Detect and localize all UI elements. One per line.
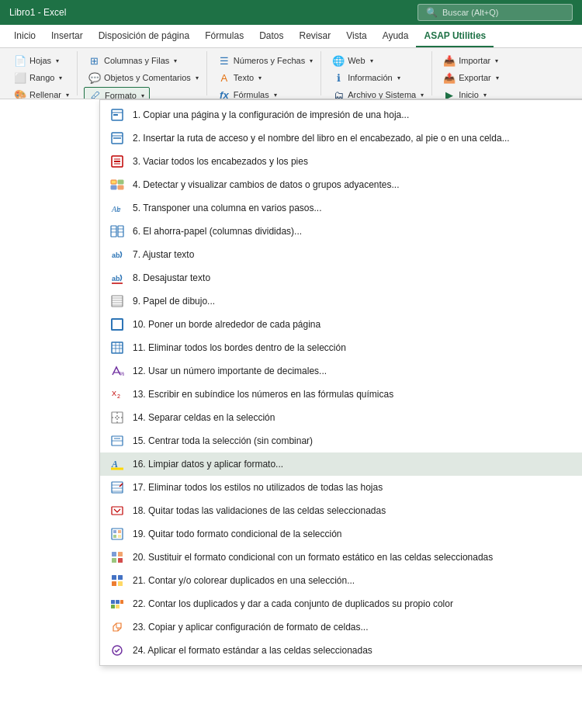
- menu-icon-14: [109, 410, 125, 425]
- btn-rango[interactable]: ⬜ Rango ▾: [9, 70, 67, 85]
- svg-rect-68: [111, 600, 115, 604]
- menu-item-4[interactable]: 4. Detectar y visualizar cambios de dato…: [100, 173, 582, 196]
- svg-rect-60: [118, 552, 123, 556]
- svg-rect-70: [120, 600, 123, 604]
- menu-icon-12: %: [109, 363, 125, 379]
- menu-item-16-text: 16. Limpiar datos y aplicar formato...: [133, 459, 582, 470]
- btn-formulas-label: Fórmulas: [234, 90, 269, 99]
- menu-item-3[interactable]: 3. Vaciar todos los encabezados y los pi…: [100, 150, 582, 173]
- tab-insertar[interactable]: Insertar: [43, 26, 91, 47]
- formulas-icon: fx: [218, 88, 230, 99]
- tab-vista[interactable]: Vista: [338, 26, 374, 47]
- texto-arrow: ▾: [258, 75, 262, 81]
- formato-dropdown: 1. Copiar una página y la configuración …: [99, 99, 582, 666]
- btn-numeros[interactable]: ☰ Números y Fechas ▾: [213, 53, 317, 68]
- tab-disposicion[interactable]: Disposición de página: [91, 26, 197, 47]
- btn-exportar[interactable]: 📤 Exportar ▾: [438, 70, 504, 85]
- btn-numeros-label: Números y Fechas: [234, 56, 305, 65]
- btn-importar[interactable]: 📥 Importar ▾: [438, 53, 503, 68]
- tab-datos[interactable]: Datos: [251, 26, 291, 47]
- menu-icon-5: Abc: [109, 200, 125, 216]
- menu-item-24[interactable]: 24. Aplicar el formato estándar a las ce…: [100, 639, 582, 662]
- btn-rellenar[interactable]: 🎨 Rellenar ▾: [9, 87, 74, 99]
- btn-objetos[interactable]: 💬 Objetos y Comentarios ▾: [84, 70, 203, 85]
- menu-item-17[interactable]: 17. Eliminar todos los estilos no utiliz…: [100, 476, 582, 499]
- btn-texto[interactable]: A Texto ▾: [213, 70, 266, 85]
- btn-informacion-label: Información: [348, 73, 392, 82]
- tab-revisar[interactable]: Revisar: [292, 26, 339, 47]
- formulas-arrow: ▾: [274, 92, 277, 99]
- exportar-arrow: ▾: [496, 75, 499, 81]
- menu-item-13-text: 13. Escribir en subíndice los números en…: [133, 389, 582, 400]
- menu-item-13[interactable]: X2 13. Escribir en subíndice los números…: [100, 383, 582, 406]
- tab-asap[interactable]: ASAP Utilities: [416, 26, 494, 47]
- menu-icon-7: ab: [109, 247, 125, 262]
- btn-formato[interactable]: 🖊 Formato ▾: [84, 87, 150, 99]
- importar-icon: 📥: [443, 54, 456, 67]
- menu-item-8-text: 8. Desajustar texto: [133, 272, 582, 283]
- menu-item-5[interactable]: Abc 5. Transponer una columna en varios …: [100, 196, 582, 220]
- menu-item-14-text: 14. Separar celdas en la selección: [133, 412, 582, 423]
- menu-icon-17: [109, 480, 125, 495]
- btn-archivo[interactable]: 🗂 Archivo y Sistema ▾: [327, 87, 428, 99]
- menu-item-7[interactable]: ab 7. Ajustar texto: [100, 243, 582, 266]
- svg-rect-16: [111, 226, 116, 237]
- menu-item-15[interactable]: 15. Centrar toda la selección (sin combi…: [100, 429, 582, 452]
- svg-rect-65: [118, 575, 123, 580]
- app-title: Libro1 - Excel: [9, 7, 66, 18]
- menu-item-9-text: 9. Papel de dibujo...: [133, 296, 582, 307]
- menu-item-14[interactable]: 14. Separar celdas en la selección: [100, 406, 582, 429]
- menu-item-8[interactable]: ab 8. Desajustar texto: [100, 266, 582, 289]
- svg-rect-11: [118, 180, 123, 184]
- menu-item-11[interactable]: 11. Eliminar todos los bordes dentro de …: [100, 336, 582, 359]
- svg-rect-2: [113, 114, 118, 116]
- svg-rect-72: [116, 605, 120, 608]
- sheets-icon: 📄: [14, 54, 26, 67]
- svg-rect-13: [118, 185, 123, 189]
- menu-icon-21: [109, 573, 125, 588]
- search-bar[interactable]: 🔍 Buscar (Alt+Q): [417, 4, 573, 21]
- menu-item-17-text: 17. Eliminar todos los estilos no utiliz…: [133, 482, 582, 493]
- columnas-arrow: ▾: [174, 57, 177, 64]
- menu-item-10-text: 10. Poner un borde alrededor de cada pág…: [133, 319, 582, 330]
- svg-rect-62: [118, 558, 123, 563]
- menu-item-23[interactable]: 23. Copiar y aplicar configuración de fo…: [100, 615, 582, 639]
- menu-item-9[interactable]: 9. Papel de dibujo...: [100, 289, 582, 313]
- menu-icon-6: [109, 224, 125, 239]
- tab-inicio[interactable]: Inicio: [6, 26, 43, 47]
- menu-item-19-text: 19. Quitar todo formato condicional de l…: [133, 529, 582, 539]
- menu-item-6[interactable]: 6. El ahorra-papel (columnas divididas).…: [100, 220, 582, 243]
- inicio-icon: ▶: [443, 88, 456, 99]
- menu-item-2[interactable]: 2. Insertar la ruta de acceso y el nombr…: [100, 127, 582, 150]
- menu-icon-1: [109, 107, 125, 123]
- btn-columnas[interactable]: ⊞ Columnas y Filas ▾: [84, 53, 182, 68]
- menu-item-16[interactable]: A 16. Limpiar datos y aplicar formato...: [100, 452, 582, 476]
- exportar-icon: 📤: [443, 71, 456, 84]
- menu-item-20[interactable]: → 20. Sustituir el formato condicional c…: [100, 546, 582, 569]
- btn-web-label: Web: [348, 56, 365, 65]
- menu-item-19[interactable]: 19. Quitar todo formato condicional de l…: [100, 522, 582, 546]
- inicio-arrow: ▾: [483, 92, 487, 99]
- svg-rect-56: [118, 530, 121, 533]
- svg-rect-64: [112, 575, 116, 580]
- formato-arrow: ▾: [141, 92, 144, 99]
- btn-web[interactable]: 🌐 Web ▾: [327, 53, 377, 68]
- menu-item-12[interactable]: % 12. Usar un número importante de decim…: [100, 359, 582, 383]
- menu-item-18[interactable]: 18. Quitar todas las validaciones de las…: [100, 499, 582, 522]
- svg-rect-17: [118, 226, 123, 237]
- svg-text:→: →: [112, 553, 118, 560]
- menu-icon-19: [109, 526, 125, 542]
- menu-item-1[interactable]: 1. Copiar una página y la configuración …: [100, 103, 582, 127]
- btn-informacion[interactable]: ℹ Información ▾: [327, 70, 404, 85]
- menu-item-10[interactable]: 10. Poner un borde alrededor de cada pág…: [100, 313, 582, 336]
- menu-item-21[interactable]: 21. Contar y/o colorear duplicados en un…: [100, 569, 582, 592]
- menu-icon-18: [109, 503, 125, 518]
- menu-item-22[interactable]: 22. Contar los duplicados y dar a cada c…: [100, 592, 582, 615]
- btn-formulas[interactable]: fx Fórmulas ▾: [213, 87, 282, 99]
- tab-ayuda[interactable]: Ayuda: [375, 26, 417, 47]
- tab-formulas[interactable]: Fórmulas: [197, 26, 251, 47]
- btn-hojas[interactable]: 📄 Hojas ▾: [9, 53, 64, 68]
- btn-importar-label: Importar: [459, 56, 490, 65]
- menu-icon-4: [109, 177, 125, 192]
- btn-inicio[interactable]: ▶ Inicio ▾: [438, 87, 491, 99]
